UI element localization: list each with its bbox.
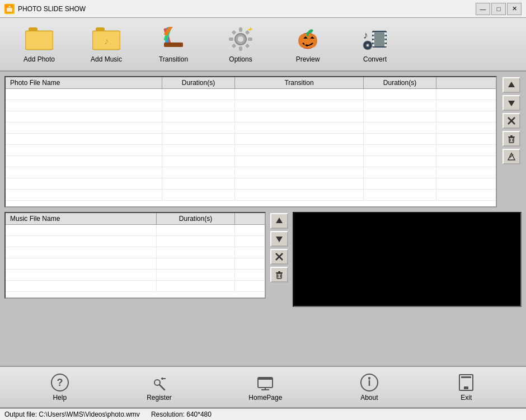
photo-table-rows — [6, 89, 496, 206]
music-section: Music File Name Duration(s) — [4, 212, 288, 299]
table-row — [6, 134, 496, 145]
music-clear-button[interactable] — [270, 267, 288, 282]
options-button[interactable]: Options — [207, 21, 274, 67]
options-icon — [227, 25, 255, 53]
preview-icon — [294, 25, 322, 53]
transition-label: Transition — [159, 55, 188, 63]
table-row — [6, 247, 265, 258]
svg-marker-62 — [276, 237, 283, 242]
register-label: Register — [147, 394, 172, 402]
exit-button[interactable]: Exit — [447, 370, 485, 404]
svg-point-49 — [367, 45, 369, 46]
table-row — [6, 270, 265, 281]
title-bar: PHOTO SLIDE SHOW — □ ✕ — [0, 0, 526, 18]
app-icon — [4, 4, 15, 14]
main-content: Photo File Name Duration(s) Transition D… — [0, 72, 526, 366]
svg-rect-46 — [384, 44, 387, 46]
table-row — [6, 225, 265, 236]
music-move-up-button[interactable] — [270, 213, 288, 229]
help-icon: ? — [50, 372, 70, 393]
convert-button[interactable]: ♪ Convert — [341, 21, 408, 67]
preview-button[interactable]: Preview — [274, 21, 341, 67]
close-button[interactable]: ✕ — [507, 3, 522, 15]
svg-rect-42 — [372, 44, 374, 46]
svg-text:♪: ♪ — [104, 36, 109, 46]
homepage-button[interactable]: HomePage — [239, 370, 291, 404]
svg-rect-23 — [232, 44, 236, 48]
help-button[interactable]: ? Help — [41, 370, 79, 404]
photo-table: Photo File Name Duration(s) Transition D… — [4, 76, 497, 207]
svg-rect-43 — [384, 32, 387, 35]
music-remove-button[interactable] — [270, 249, 288, 265]
preview-label: Preview — [296, 55, 320, 63]
about-icon: i — [359, 372, 379, 393]
svg-rect-14 — [164, 43, 183, 47]
svg-rect-24 — [245, 44, 250, 48]
photo-remove-button[interactable] — [502, 113, 520, 129]
help-label: Help — [53, 394, 67, 402]
svg-rect-55 — [508, 136, 515, 138]
about-label: About — [360, 394, 378, 402]
table-row — [6, 89, 496, 100]
photo-clear-button[interactable] — [502, 131, 520, 147]
col-photo-name: Photo File Name — [6, 77, 162, 88]
photo-side-buttons — [501, 76, 522, 164]
svg-marker-50 — [508, 82, 515, 87]
svg-rect-77 — [258, 377, 273, 380]
svg-rect-84 — [461, 376, 471, 378]
photo-table-header: Photo File Name Duration(s) Transition D… — [6, 77, 496, 89]
svg-rect-66 — [276, 272, 283, 273]
col-photo-duration: Duration(s) — [162, 77, 235, 88]
col-music-duration: Duration(s) — [157, 213, 235, 224]
bottom-section: Music File Name Duration(s) — [4, 212, 522, 361]
svg-rect-44 — [384, 36, 387, 39]
svg-rect-33 — [308, 43, 309, 45]
table-row — [6, 281, 265, 292]
music-table: Music File Name Duration(s) — [4, 212, 266, 299]
table-row — [6, 145, 496, 156]
about-button[interactable]: i About — [350, 370, 388, 404]
options-label: Options — [229, 55, 252, 63]
register-icon — [149, 372, 170, 393]
table-row — [6, 236, 265, 247]
transition-icon — [159, 25, 187, 53]
homepage-icon — [255, 372, 275, 393]
photo-info-button[interactable] — [502, 149, 520, 164]
svg-rect-5 — [26, 32, 52, 49]
add-music-label: Add Music — [91, 55, 122, 63]
svg-rect-1 — [7, 8, 12, 12]
svg-marker-61 — [276, 218, 283, 223]
svg-rect-34 — [306, 45, 308, 46]
convert-icon: ♪ — [361, 25, 389, 53]
table-row — [6, 111, 496, 122]
table-row — [6, 178, 496, 190]
svg-point-16 — [238, 36, 243, 42]
svg-text:?: ? — [57, 377, 63, 388]
homepage-label: HomePage — [248, 394, 282, 402]
add-photo-label: Add Photo — [24, 55, 55, 63]
svg-rect-41 — [372, 40, 374, 43]
svg-rect-21 — [232, 30, 236, 35]
photo-move-down-button[interactable] — [502, 95, 520, 111]
register-button[interactable]: Register — [138, 370, 181, 404]
add-photo-button[interactable]: Add Photo — [6, 21, 73, 67]
add-music-button[interactable]: ♪ Add Music — [73, 21, 140, 67]
resolution-status: Resolution: 640*480 — [151, 410, 212, 418]
svg-rect-67 — [278, 271, 280, 272]
maximize-button[interactable]: □ — [491, 3, 506, 15]
photo-move-up-button[interactable] — [502, 77, 520, 93]
add-photo-icon — [25, 25, 53, 53]
music-table-rows — [6, 225, 265, 298]
main-toolbar: Add Photo ♪ Add Music Transition — [0, 18, 526, 72]
preview-area — [293, 212, 522, 307]
output-file-status: Output file: C:\Users\WMS\Videos\photo.w… — [4, 410, 140, 418]
app-title: PHOTO SLIDE SHOW — [18, 5, 476, 13]
svg-rect-38 — [373, 32, 386, 46]
table-row — [6, 100, 496, 111]
transition-button[interactable]: Transition — [140, 21, 207, 67]
minimize-button[interactable]: — — [476, 3, 490, 15]
music-move-down-button[interactable] — [270, 231, 288, 247]
svg-rect-85 — [464, 386, 468, 389]
svg-rect-54 — [509, 138, 514, 143]
status-bar: Output file: C:\Users\WMS\Videos\photo.w… — [0, 408, 526, 420]
